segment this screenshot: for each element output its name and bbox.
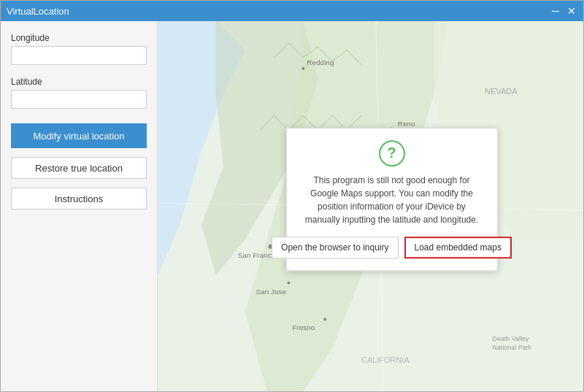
svg-text:National Park: National Park [492,344,531,351]
popup-text: This program is still not good enough fo… [301,174,483,226]
svg-text:Redding: Redding [307,58,334,66]
popup-buttons: Open the browser to inquiry Load embedde… [301,237,483,258]
svg-point-11 [287,282,290,285]
load-maps-button[interactable]: Load embedded maps [404,237,512,258]
svg-point-12 [323,318,326,320]
longitude-input[interactable] [11,46,147,65]
latitude-input[interactable] [11,90,147,109]
title-bar: VirtualLocation ─ ✕ [1,1,583,21]
sidebar: Longitude Latitude Modify virtual locati… [1,21,158,391]
svg-text:Fresno: Fresno [292,323,315,331]
minimize-button[interactable]: ─ [550,5,561,17]
window-title: VirtualLocation [7,6,69,17]
title-bar-controls: ─ ✕ [550,5,577,17]
svg-text:CALIFORNIA: CALIFORNIA [361,356,410,364]
instructions-button[interactable]: Instructions [11,188,147,210]
svg-point-8 [301,67,304,70]
open-browser-button[interactable]: Open the browser to inquiry [272,237,398,258]
longitude-field-group: Longitude [11,33,147,65]
close-button[interactable]: ✕ [566,5,577,17]
svg-text:NEVADA: NEVADA [485,87,518,96]
popup-dialog: ? This program is still not good enough … [286,128,498,271]
longitude-label: Longitude [11,33,147,43]
modify-location-button[interactable]: Modify virtual location [11,123,147,148]
question-icon: ? [379,140,405,166]
latitude-label: Latitude [11,77,147,87]
svg-text:Death Valley: Death Valley [492,335,529,342]
latitude-field-group: Latitude [11,77,147,109]
restore-location-button[interactable]: Restore true location [11,157,147,179]
svg-text:San Jose: San Jose [256,288,287,296]
main-window: VirtualLocation ─ ✕ Longitude Latitude M… [0,0,584,392]
content-area: Longitude Latitude Modify virtual locati… [1,21,583,391]
map-container: NEVADA CALIFORNIA Redding Reno San Franc… [158,21,583,391]
